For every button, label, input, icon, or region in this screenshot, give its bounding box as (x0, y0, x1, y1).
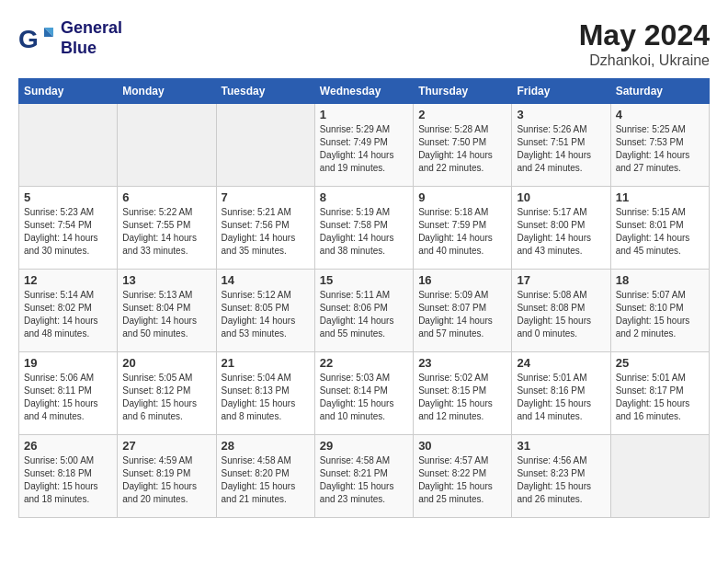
logo: G General Blue (18, 18, 122, 58)
day-info: Sunrise: 5:06 AMSunset: 8:11 PMDaylight:… (24, 372, 112, 423)
day-number: 31 (517, 439, 605, 453)
page-header: G General Blue May 2024 Dzhankoi, Ukrain… (18, 18, 710, 69)
day-info: Sunrise: 5:15 AMSunset: 8:01 PMDaylight:… (616, 206, 704, 258)
calendar-cell: 25Sunrise: 5:01 AMSunset: 8:17 PMDayligh… (610, 352, 709, 435)
day-number: 22 (320, 356, 408, 370)
day-number: 23 (418, 356, 506, 370)
calendar-cell: 20Sunrise: 5:05 AMSunset: 8:12 PMDayligh… (118, 352, 216, 435)
calendar-cell: 11Sunrise: 5:15 AMSunset: 8:01 PMDayligh… (610, 187, 709, 270)
day-number: 10 (517, 190, 605, 204)
day-number: 28 (222, 439, 310, 453)
day-info: Sunrise: 4:58 AMSunset: 8:21 PMDaylight:… (320, 454, 408, 506)
calendar-cell: 30Sunrise: 4:57 AMSunset: 8:22 PMDayligh… (414, 435, 512, 518)
day-info: Sunrise: 5:11 AMSunset: 8:06 PMDaylight:… (320, 289, 408, 340)
day-number: 29 (320, 439, 408, 453)
day-number: 26 (24, 439, 112, 453)
day-number: 2 (418, 108, 506, 121)
calendar-cell: 23Sunrise: 5:02 AMSunset: 8:15 PMDayligh… (414, 352, 512, 435)
day-number: 21 (222, 356, 310, 370)
calendar-cell: 17Sunrise: 5:08 AMSunset: 8:08 PMDayligh… (512, 270, 610, 352)
days-header-row: SundayMondayTuesdayWednesdayThursdayFrid… (19, 79, 710, 104)
calendar-cell (610, 435, 709, 518)
location-subtitle: Dzhankoi, Ukraine (579, 52, 710, 69)
calendar-cell: 7Sunrise: 5:21 AMSunset: 7:56 PMDaylight… (216, 187, 314, 270)
calendar-cell: 14Sunrise: 5:12 AMSunset: 8:05 PMDayligh… (216, 270, 314, 352)
day-number: 4 (616, 108, 704, 121)
day-number: 12 (24, 273, 112, 287)
calendar-cell: 27Sunrise: 4:59 AMSunset: 8:19 PMDayligh… (118, 435, 216, 518)
calendar-cell: 18Sunrise: 5:07 AMSunset: 8:10 PMDayligh… (610, 270, 709, 352)
day-info: Sunrise: 4:58 AMSunset: 8:20 PMDaylight:… (222, 454, 310, 506)
calendar-cell: 12Sunrise: 5:14 AMSunset: 8:02 PMDayligh… (19, 270, 118, 352)
calendar-cell: 9Sunrise: 5:18 AMSunset: 7:59 PMDaylight… (414, 187, 512, 270)
day-info: Sunrise: 5:01 AMSunset: 8:16 PMDaylight:… (517, 372, 605, 423)
day-info: Sunrise: 5:12 AMSunset: 8:05 PMDaylight:… (222, 289, 310, 340)
calendar-cell: 2Sunrise: 5:28 AMSunset: 7:50 PMDaylight… (414, 104, 512, 187)
day-header-saturday: Saturday (610, 79, 709, 104)
calendar-cell: 15Sunrise: 5:11 AMSunset: 8:06 PMDayligh… (314, 270, 413, 352)
month-year-title: May 2024 (579, 18, 710, 52)
svg-text:G: G (18, 25, 39, 53)
day-info: Sunrise: 5:13 AMSunset: 8:04 PMDaylight:… (122, 289, 210, 340)
calendar-cell: 8Sunrise: 5:19 AMSunset: 7:58 PMDaylight… (314, 187, 413, 270)
day-number: 13 (122, 273, 210, 287)
calendar-cell: 6Sunrise: 5:22 AMSunset: 7:55 PMDaylight… (118, 187, 216, 270)
day-number: 7 (222, 190, 310, 204)
day-info: Sunrise: 5:23 AMSunset: 7:54 PMDaylight:… (24, 206, 112, 258)
calendar-cell (19, 104, 118, 187)
day-info: Sunrise: 5:14 AMSunset: 8:02 PMDaylight:… (24, 289, 112, 340)
day-info: Sunrise: 5:00 AMSunset: 8:18 PMDaylight:… (24, 454, 112, 506)
day-header-friday: Friday (512, 79, 610, 104)
day-number: 5 (24, 190, 112, 204)
calendar-cell: 4Sunrise: 5:25 AMSunset: 7:53 PMDaylight… (610, 104, 709, 187)
calendar-cell: 13Sunrise: 5:13 AMSunset: 8:04 PMDayligh… (118, 270, 216, 352)
day-info: Sunrise: 4:57 AMSunset: 8:22 PMDaylight:… (418, 454, 506, 506)
calendar-cell: 28Sunrise: 4:58 AMSunset: 8:20 PMDayligh… (216, 435, 314, 518)
calendar-cell (216, 104, 314, 187)
calendar-week-3: 12Sunrise: 5:14 AMSunset: 8:02 PMDayligh… (19, 270, 710, 352)
calendar-cell: 26Sunrise: 5:00 AMSunset: 8:18 PMDayligh… (19, 435, 118, 518)
calendar-cell: 3Sunrise: 5:26 AMSunset: 7:51 PMDaylight… (512, 104, 610, 187)
calendar-week-5: 26Sunrise: 5:00 AMSunset: 8:18 PMDayligh… (19, 435, 710, 518)
day-info: Sunrise: 5:25 AMSunset: 7:53 PMDaylight:… (616, 123, 704, 175)
day-info: Sunrise: 5:03 AMSunset: 8:14 PMDaylight:… (320, 372, 408, 423)
day-info: Sunrise: 5:09 AMSunset: 8:07 PMDaylight:… (418, 289, 506, 340)
day-info: Sunrise: 5:28 AMSunset: 7:50 PMDaylight:… (418, 123, 506, 175)
calendar-cell: 22Sunrise: 5:03 AMSunset: 8:14 PMDayligh… (314, 352, 413, 435)
day-info: Sunrise: 4:56 AMSunset: 8:23 PMDaylight:… (517, 454, 605, 506)
day-number: 30 (418, 439, 506, 453)
day-header-sunday: Sunday (19, 79, 118, 104)
logo-icon: G (18, 20, 55, 57)
day-info: Sunrise: 5:05 AMSunset: 8:12 PMDaylight:… (122, 372, 210, 423)
day-info: Sunrise: 5:19 AMSunset: 7:58 PMDaylight:… (320, 206, 408, 258)
day-header-tuesday: Tuesday (216, 79, 314, 104)
calendar-cell (118, 104, 216, 187)
day-info: Sunrise: 5:26 AMSunset: 7:51 PMDaylight:… (517, 123, 605, 175)
day-info: Sunrise: 5:21 AMSunset: 7:56 PMDaylight:… (222, 206, 310, 258)
day-info: Sunrise: 5:29 AMSunset: 7:49 PMDaylight:… (320, 123, 408, 175)
calendar-table: SundayMondayTuesdayWednesdayThursdayFrid… (18, 78, 710, 518)
day-info: Sunrise: 5:18 AMSunset: 7:59 PMDaylight:… (418, 206, 506, 258)
day-number: 16 (418, 273, 506, 287)
day-header-thursday: Thursday (414, 79, 512, 104)
calendar-cell: 5Sunrise: 5:23 AMSunset: 7:54 PMDaylight… (19, 187, 118, 270)
day-number: 19 (24, 356, 112, 370)
calendar-cell: 16Sunrise: 5:09 AMSunset: 8:07 PMDayligh… (414, 270, 512, 352)
day-info: Sunrise: 5:01 AMSunset: 8:17 PMDaylight:… (616, 372, 704, 423)
calendar-week-2: 5Sunrise: 5:23 AMSunset: 7:54 PMDaylight… (19, 187, 710, 270)
calendar-cell: 1Sunrise: 5:29 AMSunset: 7:49 PMDaylight… (314, 104, 413, 187)
day-number: 25 (616, 356, 704, 370)
day-info: Sunrise: 5:17 AMSunset: 8:00 PMDaylight:… (517, 206, 605, 258)
day-number: 24 (517, 356, 605, 370)
day-header-wednesday: Wednesday (314, 79, 413, 104)
logo-text: General Blue (61, 18, 122, 58)
day-number: 17 (517, 273, 605, 287)
day-header-monday: Monday (118, 79, 216, 104)
calendar-cell: 10Sunrise: 5:17 AMSunset: 8:00 PMDayligh… (512, 187, 610, 270)
day-number: 14 (222, 273, 310, 287)
calendar-cell: 21Sunrise: 5:04 AMSunset: 8:13 PMDayligh… (216, 352, 314, 435)
day-info: Sunrise: 5:08 AMSunset: 8:08 PMDaylight:… (517, 289, 605, 340)
day-number: 20 (122, 356, 210, 370)
calendar-cell: 29Sunrise: 4:58 AMSunset: 8:21 PMDayligh… (314, 435, 413, 518)
calendar-body: 1Sunrise: 5:29 AMSunset: 7:49 PMDaylight… (19, 104, 710, 518)
